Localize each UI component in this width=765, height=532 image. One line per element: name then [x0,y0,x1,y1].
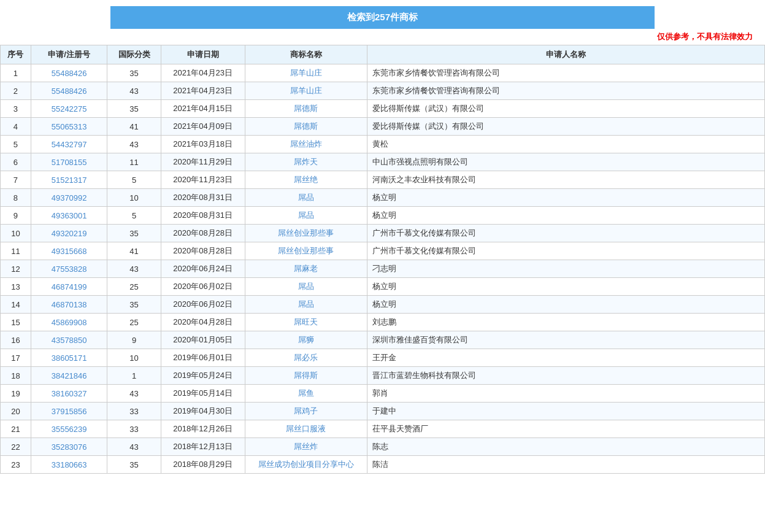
appno-link[interactable]: 55065313 [52,122,87,131]
appno-link[interactable]: 46870138 [52,300,87,309]
appno-link[interactable]: 55488426 [52,87,87,96]
appno-link[interactable]: 35556239 [52,425,87,434]
trademark-name-link[interactable]: 屌炸天 [294,157,318,166]
cell-appno[interactable]: 49370992 [31,189,107,207]
cell-appno[interactable]: 37915856 [31,403,107,420]
cell-trademark-name[interactable]: 屌鱼 [245,385,367,403]
results-table: 序号 申请/注册号 国际分类 申请日期 商标名称 申请人名称 155488426… [0,45,765,474]
appno-link[interactable]: 49370992 [52,193,87,202]
trademark-name-link[interactable]: 屌丝创业那些事 [278,228,334,237]
trademark-name-link[interactable]: 屌丝口服液 [286,424,326,433]
trademark-name-link[interactable]: 屌品 [298,193,314,202]
cell-appno[interactable]: 55488426 [31,64,107,82]
trademark-name-link[interactable]: 屌旺天 [294,317,318,326]
appno-link[interactable]: 38160327 [52,389,87,398]
table-row: 651708155112020年11月29日屌炸天中山市强视点照明有限公司 [1,153,765,171]
appno-link[interactable]: 37915856 [52,407,87,416]
trademark-name-link[interactable]: 屌麻老 [294,264,318,273]
appno-link[interactable]: 43578850 [52,336,87,345]
appno-link[interactable]: 35283076 [52,442,87,452]
cell-appno[interactable]: 51521317 [31,171,107,189]
cell-intl: 35 [107,100,161,118]
cell-appno[interactable]: 38160327 [31,385,107,403]
cell-trademark-name[interactable]: 屌必乐 [245,349,367,367]
cell-appno[interactable]: 49363001 [31,207,107,225]
appno-link[interactable]: 38605171 [52,353,87,363]
trademark-name-link[interactable]: 屌德斯 [294,121,318,131]
trademark-name-link[interactable]: 屌羊山庄 [290,68,322,77]
cell-appno[interactable]: 46870138 [31,296,107,314]
col-header-intl: 国际分类 [107,45,161,64]
cell-trademark-name[interactable]: 屌丝炸 [245,438,367,456]
cell-appno[interactable]: 55242275 [31,100,107,118]
header-bar: 检索到257件商标 [110,6,655,29]
trademark-name-link[interactable]: 屌丝创业那些事 [278,246,334,255]
appno-link[interactable]: 51708155 [52,158,87,167]
trademark-name-link[interactable]: 屌鱼 [298,388,314,398]
cell-date: 2020年11月23日 [161,171,245,189]
cell-appno[interactable]: 35556239 [31,420,107,438]
cell-appno[interactable]: 47553828 [31,260,107,278]
cell-appno[interactable]: 35283076 [31,438,107,456]
cell-applicant: 河南沃之丰农业科技有限公司 [367,171,765,189]
cell-appno[interactable]: 49315668 [31,242,107,260]
cell-trademark-name[interactable]: 屌狮 [245,331,367,349]
trademark-name-link[interactable]: 屌丝成功创业项目分享中心 [258,460,354,469]
cell-date: 2021年04月23日 [161,64,245,82]
appno-link[interactable]: 33180663 [52,460,87,469]
cell-trademark-name[interactable]: 屌丝油炸 [245,136,367,153]
cell-trademark-name[interactable]: 屌品 [245,207,367,225]
trademark-name-link[interactable]: 屌丝绝 [294,175,318,184]
cell-trademark-name[interactable]: 屌羊山庄 [245,64,367,82]
cell-trademark-name[interactable]: 屌鸡子 [245,403,367,420]
cell-trademark-name[interactable]: 屌丝成功创业项目分享中心 [245,456,367,474]
cell-appno[interactable]: 55065313 [31,118,107,136]
cell-trademark-name[interactable]: 屌品 [245,278,367,296]
trademark-name-link[interactable]: 屌得斯 [294,371,318,380]
appno-link[interactable]: 49363001 [52,211,87,220]
cell-appno[interactable]: 51708155 [31,153,107,171]
trademark-name-link[interactable]: 屌必乐 [294,353,318,362]
cell-appno[interactable]: 38421846 [31,367,107,385]
trademark-name-link[interactable]: 屌德斯 [294,104,318,113]
cell-appno[interactable]: 43578850 [31,331,107,349]
cell-trademark-name[interactable]: 屌炸天 [245,153,367,171]
appno-link[interactable]: 49320219 [52,229,87,238]
trademark-name-link[interactable]: 屌品 [298,282,314,291]
cell-appno[interactable]: 33180663 [31,456,107,474]
cell-trademark-name[interactable]: 屌丝口服液 [245,420,367,438]
trademark-name-link[interactable]: 屌品 [298,299,314,309]
cell-appno[interactable]: 46874199 [31,278,107,296]
trademark-name-link[interactable]: 屌丝炸 [294,442,318,451]
cell-appno[interactable]: 38605171 [31,349,107,367]
appno-link[interactable]: 55488426 [52,69,87,78]
appno-link[interactable]: 55242275 [52,104,87,114]
cell-trademark-name[interactable]: 屌得斯 [245,367,367,385]
appno-link[interactable]: 47553828 [52,264,87,274]
cell-trademark-name[interactable]: 屌麻老 [245,260,367,278]
cell-trademark-name[interactable]: 屌德斯 [245,118,367,136]
cell-trademark-name[interactable]: 屌品 [245,296,367,314]
cell-appno[interactable]: 54432797 [31,136,107,153]
appno-link[interactable]: 51521317 [52,175,87,185]
cell-appno[interactable]: 49320219 [31,225,107,242]
trademark-name-link[interactable]: 屌羊山庄 [290,86,322,95]
cell-trademark-name[interactable]: 屌德斯 [245,100,367,118]
appno-link[interactable]: 54432797 [52,140,87,149]
cell-trademark-name[interactable]: 屌羊山庄 [245,82,367,100]
appno-link[interactable]: 45869908 [52,318,87,327]
appno-link[interactable]: 38421846 [52,371,87,380]
cell-appno[interactable]: 45869908 [31,314,107,331]
appno-link[interactable]: 49315668 [52,247,87,256]
cell-trademark-name[interactable]: 屌丝绝 [245,171,367,189]
cell-trademark-name[interactable]: 屌丝创业那些事 [245,225,367,242]
appno-link[interactable]: 46874199 [52,282,87,291]
trademark-name-link[interactable]: 屌丝油炸 [290,139,322,148]
cell-appno[interactable]: 55488426 [31,82,107,100]
cell-trademark-name[interactable]: 屌品 [245,189,367,207]
cell-trademark-name[interactable]: 屌丝创业那些事 [245,242,367,260]
cell-trademark-name[interactable]: 屌旺天 [245,314,367,331]
trademark-name-link[interactable]: 屌鸡子 [294,406,318,415]
trademark-name-link[interactable]: 屌品 [298,210,314,220]
trademark-name-link[interactable]: 屌狮 [298,335,314,344]
